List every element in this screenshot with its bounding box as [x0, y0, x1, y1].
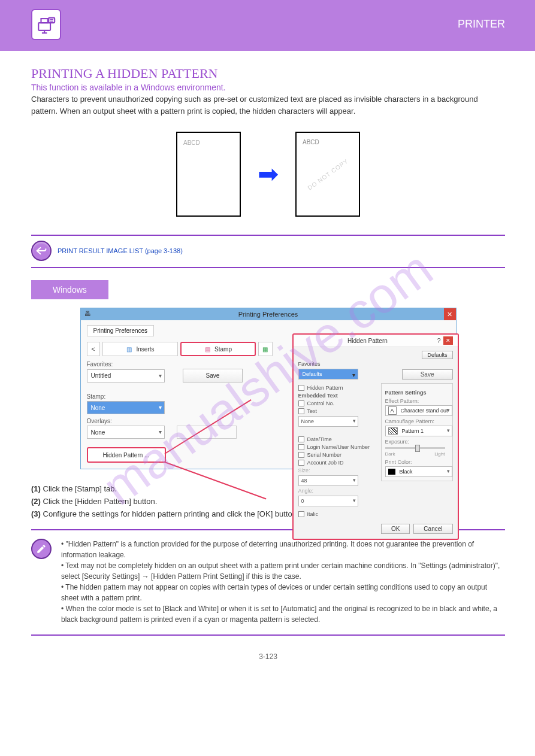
page-header: PRINTER	[0, 0, 535, 51]
account-label: Account Job ID	[307, 460, 344, 466]
hidden-pattern-button-label: Hidden Pattern ...	[103, 452, 150, 459]
exposure-dark-label: Dark	[385, 451, 395, 457]
chevron-down-icon: ▾	[353, 497, 356, 503]
pencil-icon	[31, 539, 52, 559]
text-cb-label: Text	[307, 408, 318, 414]
text-select-value: None	[301, 418, 315, 424]
step2-no: (2)	[31, 497, 41, 506]
chevron-down-icon: ▾	[159, 429, 162, 435]
tab-next-partial[interactable]: ▦	[258, 342, 273, 356]
svg-rect-2	[49, 18, 55, 23]
ok-button[interactable]: OK	[381, 524, 410, 534]
serial-label: Serial Number	[307, 452, 342, 458]
window-title: Printing Preferences	[238, 311, 298, 318]
chevron-down-icon: ▾	[353, 418, 356, 424]
body-paragraph: Characters to prevent unauthorized copyi…	[31, 93, 505, 117]
serial-checkbox[interactable]	[298, 452, 304, 458]
hidden-pattern-cb-label: Hidden Pattern	[307, 385, 343, 391]
favorites-label: Favorites:	[87, 361, 255, 368]
italic-label: Italic	[307, 511, 319, 517]
exposure-light-label: Light	[434, 451, 445, 457]
italic-checkbox[interactable]	[298, 511, 304, 517]
chevron-down-icon: ▾	[353, 477, 356, 483]
favorites-select[interactable]: Untitled ▾	[87, 369, 165, 382]
camo-label: Camouflage Pattern:	[385, 418, 449, 424]
camo-value: Pattern 1	[402, 428, 424, 434]
tab-prev[interactable]: <	[87, 342, 100, 356]
dlg-save-button[interactable]: Save	[402, 369, 453, 379]
return-icon[interactable]	[31, 241, 52, 261]
note-1: • "Hidden Pattern" is a function provide…	[61, 539, 505, 560]
date-label: Date/Time	[307, 436, 332, 442]
arrow-right-icon: ➡	[258, 162, 279, 187]
dlg-favorites-label: Favorites	[298, 361, 453, 367]
dialog-close-icon[interactable]: ✕	[443, 336, 453, 345]
inserts-icon: ▥	[125, 345, 132, 353]
diagram-left-text: ABCD	[183, 139, 200, 146]
hidden-pattern-button[interactable]: Hidden Pattern ...	[87, 447, 166, 463]
stamp-select[interactable]: None ▾	[87, 401, 165, 414]
divider-mid	[31, 267, 505, 268]
size-label: Size:	[298, 467, 375, 473]
effect-a-icon: A	[388, 406, 397, 415]
date-checkbox[interactable]	[298, 436, 304, 442]
embedded-text-heading: Embedded Text	[298, 393, 375, 399]
printing-preferences-window: 🖶 Printing Preferences ✕ Printing Prefer…	[80, 308, 457, 469]
color-label: Print Color:	[385, 459, 449, 465]
control-no-checkbox[interactable]	[298, 400, 304, 406]
angle-select[interactable]: 0 ▾	[298, 496, 358, 506]
chevron-down-icon: ▾	[352, 372, 355, 378]
result-document: DO NOT COPY ABCD	[295, 132, 360, 217]
stamp-icon: ▤	[204, 345, 211, 353]
window-printer-icon: 🖶	[84, 310, 91, 317]
return-link[interactable]: PRINT RESULT IMAGE LIST (page 3-138)	[58, 247, 183, 254]
step3-text: Configure the settings for hidden patter…	[43, 509, 299, 518]
note-2: • Text may not be completely hidden on a…	[61, 560, 505, 582]
slider-thumb[interactable]	[415, 445, 420, 452]
step1-no: (1)	[31, 484, 41, 493]
close-icon[interactable]: ✕	[444, 308, 456, 320]
diagram-right-text: ABCD	[303, 139, 319, 145]
help-icon[interactable]: ?	[437, 337, 440, 344]
pattern-swatch-icon	[388, 427, 398, 435]
size-select[interactable]: 48 ▾	[298, 475, 358, 486]
effect-select[interactable]: A Character stand out ▾	[385, 405, 452, 416]
next-tab-icon: ▦	[262, 345, 269, 353]
text-select[interactable]: None ▾	[298, 416, 358, 427]
chevron-down-icon: ▾	[447, 427, 450, 433]
step1-text: Click the [Stamp] tab.	[43, 484, 117, 493]
cancel-button[interactable]: Cancel	[413, 524, 452, 534]
windows-badge: Windows	[31, 280, 108, 299]
exposure-slider[interactable]	[385, 447, 445, 449]
text-checkbox[interactable]	[298, 408, 304, 414]
page-subtitle: This function is available in a Windows …	[31, 83, 505, 92]
camo-select[interactable]: Pattern 1 ▾	[385, 426, 452, 436]
hidden-pattern-checkbox[interactable]	[298, 385, 304, 391]
color-value: Black	[400, 469, 413, 475]
step2-text: Click the [Hidden Pattern] button.	[43, 497, 158, 506]
tab-inserts-label: Inserts	[136, 346, 154, 353]
angle-value: 0	[301, 498, 304, 504]
page-title: PRINTING A HIDDEN PATTERN	[31, 66, 505, 81]
inner-tab[interactable]: Printing Preferences	[87, 325, 155, 336]
tab-stamp[interactable]: ▤ Stamp	[180, 342, 256, 356]
overlays-select[interactable]: None ▾	[87, 426, 165, 439]
dlg-favorites-select[interactable]: Defaults ▾	[298, 369, 358, 379]
tab-inserts[interactable]: ▥ Inserts	[102, 342, 178, 356]
overlays-label: Overlays:	[87, 418, 255, 424]
tab-stamp-label: Stamp	[214, 346, 232, 353]
dlg-favorites-value: Defaults	[303, 371, 322, 377]
effect-value: Character stand out	[401, 408, 448, 414]
save-button[interactable]: Save	[183, 369, 243, 382]
divider-top	[31, 235, 505, 236]
pattern-settings-heading: Pattern Settings	[385, 390, 449, 396]
defaults-button[interactable]: Defaults	[422, 351, 452, 359]
hidden-pattern-dialog: Hidden Pattern ? ✕ Defaults Favorites De…	[292, 333, 459, 540]
note-3: • The hidden pattern may not appear on c…	[61, 582, 505, 603]
overlays-value: None	[91, 429, 105, 436]
color-select[interactable]: Black ▾	[385, 466, 452, 477]
svg-rect-1	[41, 19, 48, 23]
login-checkbox[interactable]	[298, 444, 304, 450]
size-value: 48	[301, 478, 307, 484]
account-checkbox[interactable]	[298, 460, 304, 466]
